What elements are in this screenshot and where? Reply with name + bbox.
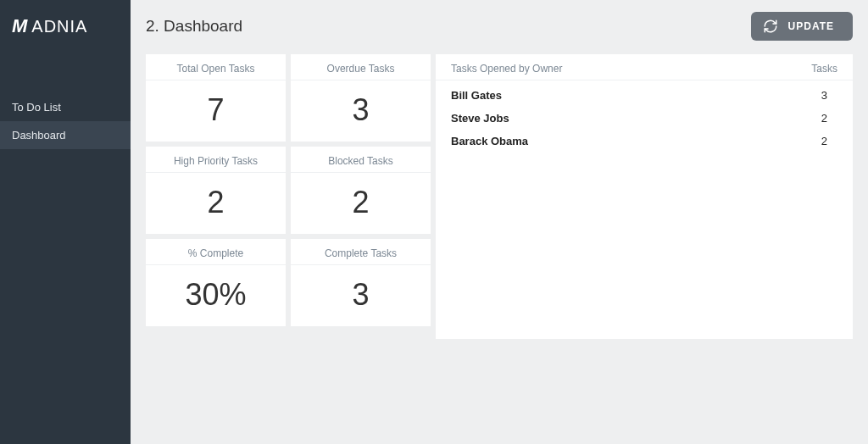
stat-overdue-tasks: Overdue Tasks 3 (291, 54, 431, 142)
stat-total-open-tasks: Total Open Tasks 7 (146, 54, 286, 142)
update-button[interactable]: UPDATE (751, 12, 853, 41)
refresh-icon (763, 19, 778, 34)
brand-icon: M (12, 15, 25, 37)
owner-count: 2 (821, 112, 837, 125)
table-row: Barack Obama 2 (451, 130, 837, 153)
content-grid: Total Open Tasks 7 Overdue Tasks 3 High … (146, 54, 853, 339)
stat-title: % Complete (146, 239, 286, 265)
owner-count: 2 (821, 135, 837, 147)
stat-value: 3 (291, 80, 431, 128)
sidebar-item-dashboard[interactable]: Dashboard (0, 121, 131, 149)
stat-value: 30% (146, 265, 286, 313)
table-row: Bill Gates 3 (451, 84, 837, 107)
stat-high-priority-tasks: High Priority Tasks 2 (146, 147, 286, 234)
stat-title: Blocked Tasks (291, 147, 431, 173)
owners-body: Bill Gates 3 Steve Jobs 2 Barack Obama 2 (436, 80, 853, 156)
main-content: 2. Dashboard UPDATE Total Open Tasks 7 O… (131, 0, 868, 444)
table-row: Steve Jobs 2 (451, 107, 837, 130)
sidebar-item-todo[interactable]: To Do List (0, 93, 131, 121)
topbar: 2. Dashboard UPDATE (146, 12, 853, 41)
stat-title: Overdue Tasks (291, 54, 431, 80)
stat-blocked-tasks: Blocked Tasks 2 (291, 147, 431, 234)
stats-grid: Total Open Tasks 7 Overdue Tasks 3 High … (146, 54, 431, 326)
owners-header-right: Tasks (811, 63, 837, 75)
stat-title: Complete Tasks (291, 239, 431, 265)
owners-card: Tasks Opened by Owner Tasks Bill Gates 3… (436, 54, 853, 339)
stat-value: 2 (146, 173, 286, 220)
stat-value: 7 (146, 80, 286, 128)
owner-name: Steve Jobs (451, 112, 509, 125)
owners-header: Tasks Opened by Owner Tasks (436, 54, 853, 80)
stat-complete-tasks: Complete Tasks 3 (291, 239, 431, 326)
sidebar-nav: To Do List Dashboard (0, 93, 131, 149)
stat-value: 2 (291, 173, 431, 220)
stat-value: 3 (291, 265, 431, 313)
page-title: 2. Dashboard (146, 17, 242, 36)
owners-header-left: Tasks Opened by Owner (451, 63, 562, 75)
sidebar: M ADNIA To Do List Dashboard (0, 0, 131, 444)
stat-title: Total Open Tasks (146, 54, 286, 80)
stat-percent-complete: % Complete 30% (146, 239, 286, 326)
stat-title: High Priority Tasks (146, 147, 286, 173)
update-button-label: UPDATE (788, 20, 834, 32)
owner-name: Barack Obama (451, 135, 528, 147)
brand-name: ADNIA (31, 17, 87, 36)
brand-logo: M ADNIA (0, 0, 131, 53)
owner-name: Bill Gates (451, 89, 502, 102)
owner-count: 3 (821, 89, 837, 102)
